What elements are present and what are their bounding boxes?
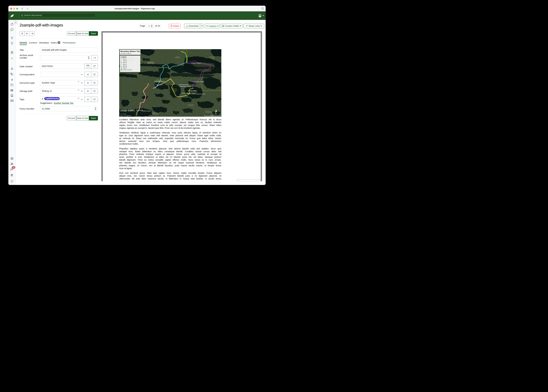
svg-text:Day 6: Day 6 (123, 67, 127, 69)
svg-text:Hausons Island: Hausons Island (191, 62, 201, 64)
svg-text:Day 5: Day 5 (123, 65, 127, 67)
svg-text:Half Dog Island: Half Dog Island (179, 84, 188, 85)
svg-text:Gary Island: Gary Island (156, 84, 163, 85)
svg-text:Day 2: Day 2 (123, 60, 127, 62)
svg-text:Legend: Legend (121, 56, 126, 58)
svg-text:Text: Text (169, 90, 172, 92)
svg-text:Day 3: Day 3 (123, 62, 127, 63)
svg-text:Day 4: Day 4 (123, 63, 127, 65)
svg-text:Indian Grave Island: Indian Grave Island (192, 81, 204, 83)
svg-text:New York Island: New York Island (154, 81, 165, 82)
svg-text:Norway Island: Norway Island (187, 93, 196, 94)
svg-text:Entry Point 24: Entry Point 24 (123, 69, 132, 70)
svg-text:N: N (215, 112, 217, 115)
svg-text:Boundary Waters Trip: Boundary Waters Trip (121, 50, 140, 52)
svg-text:Squirrel Island: Squirrel Island (196, 93, 205, 95)
svg-text:Washington Island: Washington Island (179, 85, 191, 87)
svg-text:© 2017 Google: © 2017 Google (120, 113, 126, 115)
svg-text:Image © 2017 DigitalGlobe: Image © 2017 DigitalGlobe (120, 115, 132, 116)
svg-text:Google Earth: Google Earth (120, 109, 133, 112)
svg-text:Lincoln Island: Lincoln Island (188, 90, 196, 91)
svg-text:Day 1: Day 1 (123, 58, 127, 60)
svg-text:Charlies Island: Charlies Island (142, 110, 151, 112)
svg-text:Six days in BWCA: Six days in BWCA (121, 53, 131, 54)
svg-text:3 mi: 3 mi (211, 115, 213, 116)
